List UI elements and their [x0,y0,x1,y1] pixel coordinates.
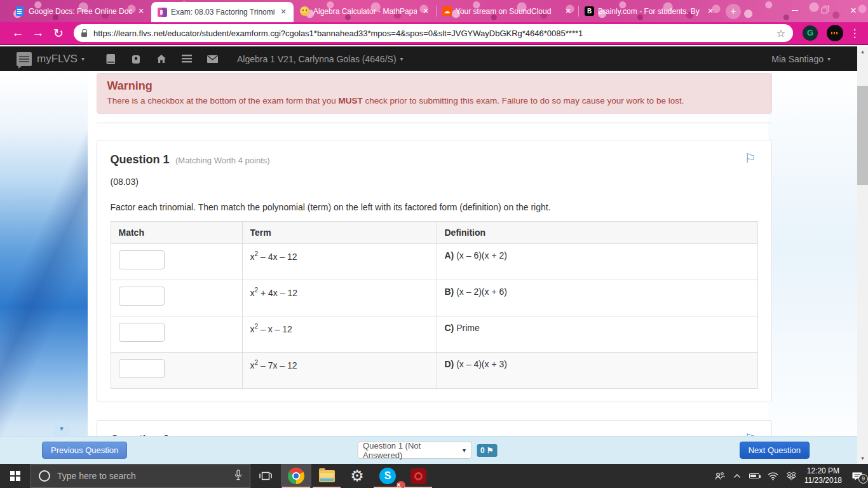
tab-brainly[interactable]: B Brainly.com - For students. By ✕ [578,0,721,22]
start-button[interactable] [0,464,31,488]
search-input[interactable] [57,471,234,481]
tab-soundcloud[interactable]: ☁ Your stream on SoundCloud ✕ [436,0,578,22]
myflvs-navbar: myFLVS ▾ Algebra 1 V21, Carlynna Golas (… [0,46,857,71]
warning-title: Warning [107,79,761,93]
col-header-definition: Definition [437,222,757,244]
envelope-icon[interactable] [207,55,218,63]
definition-cell: A) (x – 6)(x + 2) [437,244,757,280]
taskbar-skype-button[interactable]: S ✕ [372,464,403,488]
col-header-term: Term [242,222,437,244]
reload-button[interactable]: ↻ [48,26,69,41]
question-code: (08.03) [111,177,758,187]
book-icon[interactable] [106,54,116,64]
browser-menu-icon[interactable]: ⋮ [848,27,862,40]
match-input-3[interactable] [119,323,165,342]
new-tab-button[interactable]: + [726,4,741,19]
close-icon[interactable]: ✕ [563,6,573,17]
clock-time: 12:20 PM [804,466,842,476]
match-input-1[interactable] [119,250,165,269]
url-text[interactable]: https://learn.flvs.net/educator/student/… [93,29,771,38]
warning-banner: Warning There is a checkbox at the botto… [97,73,772,114]
scroll-down-arrow[interactable]: ▾ [857,453,868,464]
close-icon[interactable]: ✕ [705,6,715,17]
account-avatar-icon[interactable] [827,25,843,41]
forward-button[interactable]: → [28,26,48,40]
close-icon[interactable]: ✕ [421,6,431,17]
scrollbar[interactable]: ▴ ▾ [857,46,868,464]
screen: Google Docs: Free Online Docu ✕ Exam: 08… [0,0,868,488]
taskbar-settings-button[interactable]: ⚙ [342,464,372,488]
brainly-icon: B [585,6,594,16]
question-1-card: ⚐ Question 1 (Matching Worth 4 points) (… [97,140,772,402]
table-row: x2 – 7x – 12 D) (x – 4)(x + 3) [111,353,757,389]
cortana-icon [39,470,50,482]
taskbar-adobe-button[interactable] [403,464,433,488]
collapse-bar-button[interactable]: ▾ [54,421,69,436]
chevron-up-icon[interactable] [733,473,741,478]
backpack-icon[interactable] [131,54,141,64]
menu-list-icon[interactable] [182,55,192,63]
taskbar-search[interactable] [31,464,250,488]
windows-logo-icon [10,471,20,481]
term-cell: x2 + 4x – 12 [242,280,437,316]
home-icon[interactable] [156,54,166,64]
previous-question-button[interactable]: Previous Question [42,442,127,459]
back-button[interactable]: ← [8,26,28,40]
exam-favicon-icon [158,8,167,17]
table-row: x2 + 4x – 12 B) (x – 2)(x + 6) [111,280,757,316]
people-icon[interactable] [714,471,725,480]
restore-button[interactable] [810,0,839,21]
taskbar-file-explorer-button[interactable] [311,464,342,488]
table-row: x2 – x – 12 C) Prime [111,316,757,353]
notification-count-badge: 9 [858,474,868,484]
microphone-icon[interactable] [234,470,242,483]
user-name: Mia Santiago [771,54,824,64]
chrome-icon [288,468,304,484]
close-window-button[interactable]: ✕ [839,0,868,21]
minimize-icon [792,10,798,11]
myflvs-brand[interactable]: myFLVS [37,53,78,65]
question-select[interactable]: Question 1 (Not Answered) ▾ [357,442,471,459]
tab-mathpapa[interactable]: Algebra Calculator - MathPapa ✕ [294,0,436,22]
browser-toolbar: ← → ↻ https://learn.flvs.net/educator/st… [0,22,868,45]
lock-icon [81,29,88,37]
grammarly-extension-icon[interactable]: G [803,25,818,41]
wifi-icon[interactable] [768,472,778,480]
wallpaper-left [0,71,88,464]
task-view-button[interactable] [250,464,281,488]
scroll-up-arrow[interactable]: ▴ [857,46,868,57]
action-center-button[interactable]: 9 [851,471,863,481]
course-menu[interactable]: Algebra 1 V21, Carlynna Golas (4646/S) [237,54,397,64]
restore-icon [822,8,827,13]
battery-icon[interactable] [749,473,759,478]
flag-question-icon[interactable]: ⚐ [745,151,756,166]
myflvs-logo-icon [17,52,32,66]
tab-google-docs[interactable]: Google Docs: Free Online Docu ✕ [9,0,151,22]
adobe-cc-icon [410,468,426,484]
chevron-down-icon: ▾ [827,55,831,62]
close-icon: ✕ [850,6,857,15]
chevron-down-icon: ▾ [400,55,403,62]
flag-count: 0 [480,446,485,455]
matching-table: Match Term Definition x2 – 4x – 12 A) (x… [111,221,758,389]
flag-count-badge[interactable]: 0 ⚑ [477,444,497,457]
taskbar-clock[interactable]: 12:20 PM 11/23/2018 [804,466,842,485]
tab-title: Algebra Calculator - MathPapa [313,7,417,16]
close-icon[interactable]: ✕ [136,6,146,17]
minimize-button[interactable] [780,0,810,21]
taskbar-chrome-button[interactable] [281,464,311,488]
page-viewport: myFLVS ▾ Algebra 1 V21, Carlynna Golas (… [0,46,868,464]
match-input-4[interactable] [119,359,165,378]
question-1-meta: (Matching Worth 4 points) [175,156,270,165]
tab-exam-active[interactable]: Exam: 08.03 Factoring Trinomia ✕ [151,2,294,22]
dropbox-icon[interactable] [787,471,796,480]
match-input-2[interactable] [119,287,165,306]
exam-nav-bar: Previous Question Question 1 (Not Answer… [0,436,857,464]
user-menu[interactable]: Mia Santiago ▾ [771,54,831,64]
bookmark-star-icon[interactable]: ☆ [776,27,785,39]
flag-icon: ⚑ [487,446,494,455]
next-question-button[interactable]: Next Question [740,442,810,459]
scrollbar-thumb[interactable] [857,86,868,185]
address-bar[interactable]: https://learn.flvs.net/educator/student/… [74,24,793,42]
close-icon[interactable]: ✕ [278,7,288,17]
